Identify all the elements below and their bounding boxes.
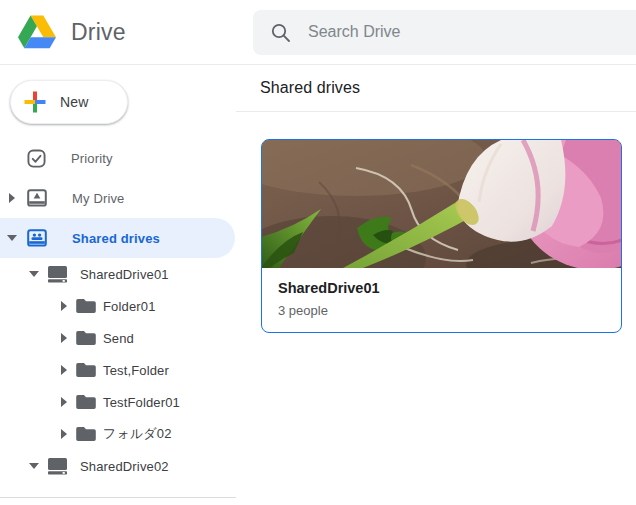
sidebar-item-label: SharedDrive02 xyxy=(80,459,169,474)
search-bar[interactable] xyxy=(253,10,636,55)
folder-icon xyxy=(76,394,96,410)
sidebar-nav: Priority My Drive xyxy=(0,138,236,482)
main-content: Shared drives xyxy=(236,65,636,505)
sidebar-item-priority[interactable]: Priority xyxy=(0,138,236,178)
chevron-down-icon[interactable] xyxy=(6,235,18,241)
sidebar: New Priority xyxy=(0,65,236,505)
drive-logo[interactable]: Drive xyxy=(0,15,253,49)
folder-icon xyxy=(76,426,96,442)
pink-tulip-photo xyxy=(262,140,621,268)
sidebar-item-folder02-jp[interactable]: フォルダ02 xyxy=(0,418,236,450)
page-title: Shared drives xyxy=(260,79,360,97)
chevron-down-icon[interactable] xyxy=(28,463,40,469)
sidebar-item-label: My Drive xyxy=(72,191,124,206)
content-header: Shared drives xyxy=(236,65,636,112)
new-button[interactable]: New xyxy=(10,80,128,124)
sidebar-item-label: Test,Folder xyxy=(103,363,169,378)
chevron-right-icon[interactable] xyxy=(58,365,70,375)
card-body: SharedDrive01 3 people xyxy=(262,268,621,332)
sidebar-item-test-folder[interactable]: Test,Folder xyxy=(0,354,236,386)
sidebar-item-shared-drives[interactable]: Shared drives xyxy=(0,218,235,258)
sidebar-item-my-drive[interactable]: My Drive xyxy=(0,178,236,218)
chevron-right-icon[interactable] xyxy=(58,429,70,439)
sidebar-item-shareddrive02[interactable]: SharedDrive02 xyxy=(0,450,236,482)
chevron-right-icon[interactable] xyxy=(58,333,70,343)
sidebar-item-testfolder01[interactable]: TestFolder01 xyxy=(0,386,236,418)
sidebar-item-folder01[interactable]: Folder01 xyxy=(0,290,236,322)
my-drive-icon xyxy=(27,189,47,207)
hard-drive-icon xyxy=(48,458,67,475)
sidebar-item-label: Shared drives xyxy=(72,231,160,246)
new-button-label: New xyxy=(60,94,89,110)
priority-check-icon xyxy=(27,149,46,168)
app-name: Drive xyxy=(71,19,126,46)
sidebar-item-shareddrive01[interactable]: SharedDrive01 xyxy=(0,258,236,290)
search-icon xyxy=(270,22,291,43)
chevron-right-icon[interactable] xyxy=(58,301,70,311)
search-input[interactable] xyxy=(306,22,571,42)
card-title: SharedDrive01 xyxy=(278,280,605,296)
sidebar-item-label: Priority xyxy=(71,151,113,166)
drive-triangle-icon xyxy=(18,15,56,49)
sidebar-item-label: フォルダ02 xyxy=(103,425,172,443)
sidebar-item-label: Folder01 xyxy=(103,299,156,314)
shared-drives-icon xyxy=(27,229,47,247)
sidebar-item-label: TestFolder01 xyxy=(103,395,180,410)
folder-icon xyxy=(76,362,96,378)
chevron-right-icon[interactable] xyxy=(58,397,70,407)
shared-drive-card[interactable]: SharedDrive01 3 people xyxy=(261,139,622,333)
hard-drive-icon xyxy=(48,266,67,283)
plus-icon xyxy=(24,91,46,113)
sidebar-item-label: SharedDrive01 xyxy=(80,267,169,282)
app-header: Drive xyxy=(0,0,636,65)
chevron-right-icon[interactable] xyxy=(6,193,18,203)
folder-icon xyxy=(76,330,96,346)
chevron-down-icon[interactable] xyxy=(28,271,40,277)
sidebar-item-send[interactable]: Send xyxy=(0,322,236,354)
sidebar-bottom-divider xyxy=(0,497,236,498)
folder-icon xyxy=(76,298,96,314)
sidebar-item-label: Send xyxy=(103,331,134,346)
card-member-count: 3 people xyxy=(278,303,605,318)
